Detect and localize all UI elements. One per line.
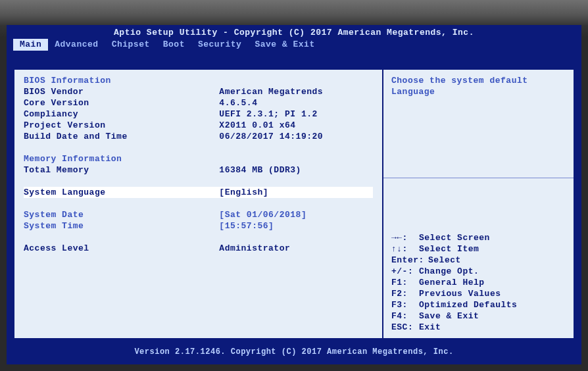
value-project-version: X2011 0.01 x64 [219,120,373,131]
key-k-f4: F4: [391,310,419,322]
value-total-memory: 16384 MB (DDR3) [219,164,373,176]
row-core-version: Core Version 4.6.5.4 [24,97,373,109]
row-compliancy: Compliancy UEFI 2.3.1; PI 1.2 [24,109,373,120]
value-compliancy: UEFI 2.3.1; PI 1.2 [219,109,373,120]
row-project-version: Project Version X2011 0.01 x64 [24,120,373,131]
row-system-language[interactable]: System Language [English] [24,187,373,198]
memory-info-head: Memory Information [24,153,373,164]
tab-security[interactable]: Security [191,39,248,51]
label-core-version: Core Version [24,97,219,109]
value-build-date: 06/28/2017 14:19:20 [219,131,373,142]
value-system-time: [15:57:56] [219,220,373,232]
label-system-language: System Language [24,187,219,198]
key-k-ud: ↑↓: [391,243,419,255]
value-system-language: [English] [219,187,373,198]
key-legend: →←:Select Screen ↑↓:Select Item Enter:Se… [391,232,566,333]
key-k-f3: F3: [391,299,419,310]
label-system-date: System Date [24,209,219,220]
row-system-date[interactable]: System Date [Sat 01/06/2018] [24,209,373,220]
label-access-level: Access Level [24,243,219,254]
key-d-ud: Select Item [419,243,566,255]
key-k-enter: Enter: [391,255,428,266]
key-d-f1: General Help [419,277,566,288]
key-d-f4: Save & Exit [419,310,566,322]
key-esc: ESC:Exit [391,322,566,333]
key-k-f1: F1: [391,277,419,288]
label-system-time: System Time [24,220,219,232]
key-k-pm: +/-: [391,266,419,277]
label-project-version: Project Version [24,120,219,131]
right-pane: Choose the system default Language →←:Se… [383,70,574,338]
label-total-memory: Total Memory [24,164,219,176]
help-text: Choose the system default Language [391,75,566,174]
key-change-opt: +/-:Change Opt. [391,266,566,277]
value-system-date: [Sat 01/06/2018] [219,209,373,220]
tab-boot[interactable]: Boot [157,39,191,51]
key-d-esc: Exit [419,322,566,333]
row-bios-vendor: BIOS Vendor American Megatrends [24,86,373,97]
label-compliancy: Compliancy [24,109,219,120]
blank-2 [24,176,373,187]
row-access-level: Access Level Administrator [24,243,373,254]
bios-info-head: BIOS Information [24,75,373,86]
row-system-time[interactable]: System Time [15:57:56] [24,220,373,232]
key-k-esc: ESC: [391,322,419,333]
key-d-pm: Change Opt. [419,266,566,277]
key-d-lr: Select Screen [419,232,566,243]
label-build-date: Build Date and Time [24,131,219,142]
value-core-version: 4.6.5.4 [219,97,373,109]
row-build-date: Build Date and Time 06/28/2017 14:19:20 [24,131,373,142]
key-d-f2: Previous Values [419,288,566,299]
key-f1: F1:General Help [391,277,566,288]
tab-chipset[interactable]: Chipset [105,39,157,51]
tab-bar: Main Advanced Chipset Boot Security Save… [7,39,581,51]
key-d-f3: Optimized Defaults [419,299,566,310]
key-d-enter: Select [428,255,566,266]
bios-info-head-label: BIOS Information [24,75,219,86]
left-pane: BIOS Information BIOS Vendor American Me… [14,70,383,338]
key-select-screen: →←:Select Screen [391,232,566,243]
label-bios-vendor: BIOS Vendor [24,86,219,97]
key-f2: F2:Previous Values [391,288,566,299]
tab-save-exit[interactable]: Save & Exit [248,39,321,51]
key-enter: Enter:Select [391,255,566,266]
key-k-lr: →←: [391,232,419,243]
value-bios-vendor: American Megatrends [219,86,373,97]
tab-advanced[interactable]: Advanced [48,39,105,51]
value-access-level: Administrator [219,243,373,254]
content-frame: BIOS Information BIOS Vendor American Me… [13,68,575,339]
key-f3: F3:Optimized Defaults [391,299,566,310]
title-bar: Aptio Setup Utility - Copyright (C) 2017… [7,25,581,39]
bios-screen: Aptio Setup Utility - Copyright (C) 2017… [7,25,581,364]
right-divider [383,178,574,178]
key-f4: F4:Save & Exit [391,310,566,322]
blank-1 [24,142,373,153]
row-total-memory: Total Memory 16384 MB (DDR3) [24,164,373,176]
memory-info-head-label: Memory Information [24,153,219,164]
blank-4 [24,232,373,243]
key-select-item: ↑↓:Select Item [391,243,566,255]
footer-text: Version 2.17.1246. Copyright (C) 2017 Am… [7,347,581,357]
key-k-f2: F2: [391,288,419,299]
tab-main[interactable]: Main [13,39,48,51]
blank-3 [24,198,373,209]
